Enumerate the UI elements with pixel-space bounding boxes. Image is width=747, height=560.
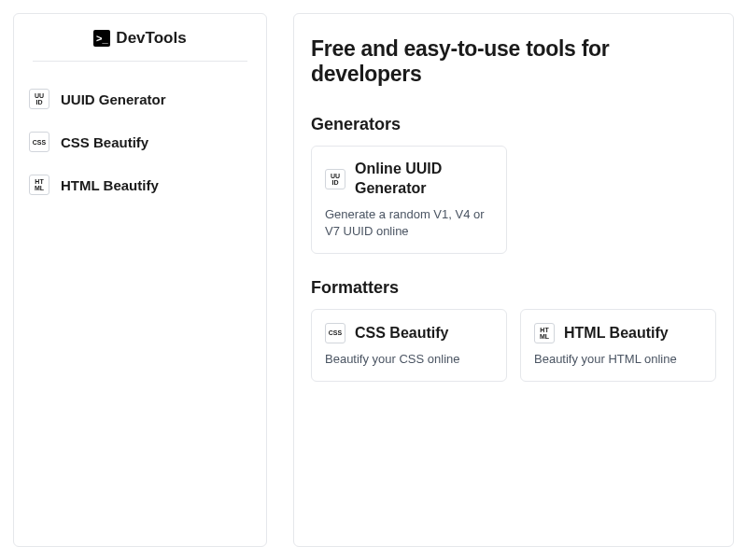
sidebar-item-css-beautify[interactable]: CSS CSS Beautify [23,121,257,162]
uuid-icon: UU ID [29,89,49,109]
sidebar-item-label: CSS Beautify [61,134,148,150]
card-description: Generate a random V1, V4 or V7 UUID onli… [325,206,493,240]
card-description: Beautify your HTML online [534,351,702,368]
section-title-formatters: Formatters [311,278,716,298]
card-uuid-generator[interactable]: UU ID Online UUID Generator Generate a r… [311,146,507,254]
brand-logo[interactable]: >_ DevTools [33,29,247,62]
sidebar-item-html-beautify[interactable]: HT ML HTML Beautify [23,164,257,205]
card-title: HTML Beautify [564,324,669,343]
uuid-icon: UU ID [325,169,345,189]
section-title-generators: Generators [311,115,716,134]
card-description: Beautify your CSS online [325,351,493,368]
sidebar-item-label: HTML Beautify [61,177,159,193]
generators-grid: UU ID Online UUID Generator Generate a r… [311,146,716,254]
page-title: Free and easy-to-use tools for developer… [311,36,716,87]
html-icon: HT ML [534,323,555,343]
sidebar-item-uuid-generator[interactable]: UU ID UUID Generator [23,78,257,119]
formatters-grid: CSS CSS Beautify Beautify your CSS onlin… [311,309,716,382]
main-content: Free and easy-to-use tools for developer… [293,13,734,547]
card-html-beautify[interactable]: HT ML HTML Beautify Beautify your HTML o… [520,309,716,382]
sidebar-item-label: UUID Generator [61,91,166,107]
sidebar: >_ DevTools UU ID UUID Generator CSS CSS… [13,13,267,547]
brand-name: DevTools [116,29,186,48]
terminal-icon: >_ [93,30,110,47]
card-css-beautify[interactable]: CSS CSS Beautify Beautify your CSS onlin… [311,309,507,382]
card-title: CSS Beautify [355,324,448,343]
html-icon: HT ML [29,175,49,195]
css-icon: CSS [29,132,49,152]
card-title: Online UUID Generator [355,160,493,199]
css-icon: CSS [325,323,345,343]
